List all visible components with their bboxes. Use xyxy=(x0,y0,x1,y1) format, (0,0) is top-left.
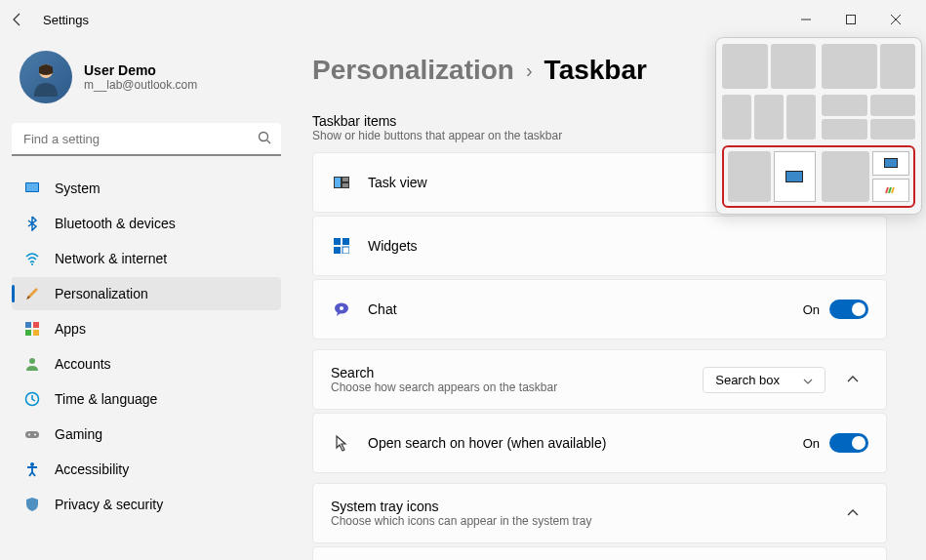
breadcrumb-parent[interactable]: Personalization xyxy=(312,55,514,86)
nav-label: Time & language xyxy=(55,391,157,407)
search-appearance-dropdown[interactable]: Search box xyxy=(703,367,825,393)
svg-rect-10 xyxy=(25,322,31,328)
search-hover-toggle[interactable] xyxy=(829,433,868,453)
tray-expand-button[interactable] xyxy=(837,498,868,529)
search-input[interactable] xyxy=(12,123,281,156)
snap-highlight-row xyxy=(722,145,915,208)
minimize-button[interactable] xyxy=(784,4,828,35)
search-box xyxy=(12,123,281,156)
svg-line-35 xyxy=(889,187,891,193)
accessibility-icon xyxy=(23,460,41,478)
widgets-icon xyxy=(331,238,352,254)
svg-rect-13 xyxy=(33,330,39,336)
chat-label: Chat xyxy=(368,301,803,317)
svg-line-34 xyxy=(886,187,888,193)
profile-name: User Demo xyxy=(84,62,197,78)
nav-label: Bluetooth & devices xyxy=(55,216,176,231)
profile[interactable]: User Demo m__lab@outlook.com xyxy=(12,39,281,123)
person-icon xyxy=(23,355,41,373)
svg-rect-27 xyxy=(342,247,349,254)
titlebar: Settings xyxy=(0,0,926,39)
svg-rect-23 xyxy=(342,183,348,187)
widgets-label: Widgets xyxy=(368,238,868,254)
gamepad-icon xyxy=(23,425,41,443)
sidebar: User Demo m__lab@outlook.com System Blue… xyxy=(0,39,293,560)
svg-point-19 xyxy=(30,462,34,466)
nav-label: Accounts xyxy=(55,356,111,372)
nav-privacy[interactable]: Privacy & security xyxy=(12,488,281,521)
nav-label: Network & internet xyxy=(55,251,167,266)
nav-system[interactable]: System xyxy=(12,172,281,205)
nav-label: Gaming xyxy=(55,426,102,442)
svg-rect-1 xyxy=(847,16,856,24)
search-expand-button[interactable] xyxy=(837,364,868,395)
chat-icon xyxy=(331,301,352,317)
search-hover-label: Open search on hover (when available) xyxy=(368,435,803,451)
snap-layouts-overlay xyxy=(715,37,922,215)
nav-gaming[interactable]: Gaming xyxy=(12,418,281,451)
widgets-setting: Widgets xyxy=(312,216,887,276)
nav-label: System xyxy=(55,180,101,196)
svg-point-5 xyxy=(260,133,268,141)
nav-label: Apps xyxy=(55,321,86,337)
task-view-icon xyxy=(331,177,352,188)
avatar xyxy=(20,51,72,103)
svg-rect-25 xyxy=(342,238,349,245)
svg-point-29 xyxy=(340,306,343,310)
snap-layout-active-1[interactable] xyxy=(728,151,816,202)
svg-rect-12 xyxy=(25,330,31,336)
bluetooth-icon xyxy=(23,215,41,232)
svg-rect-8 xyxy=(26,183,38,191)
nav-accounts[interactable]: Accounts xyxy=(12,347,281,380)
snap-preview-icon xyxy=(872,151,909,176)
snap-layout-2col-wide[interactable] xyxy=(822,44,915,89)
svg-point-9 xyxy=(31,263,33,265)
snap-layout-3col[interactable] xyxy=(722,95,816,140)
nav-bluetooth[interactable]: Bluetooth & devices xyxy=(12,207,281,240)
nav-personalization[interactable]: Personalization xyxy=(12,277,281,310)
search-hover-toggle-label: On xyxy=(803,436,820,451)
window-title: Settings xyxy=(43,13,89,27)
close-button[interactable] xyxy=(873,4,918,35)
back-button[interactable] xyxy=(8,10,27,29)
chat-toggle[interactable] xyxy=(829,300,868,319)
snap-layout-4grid[interactable] xyxy=(822,95,915,140)
profile-email: m__lab@outlook.com xyxy=(84,78,197,92)
svg-line-36 xyxy=(892,187,894,193)
snap-layout-active-2[interactable] xyxy=(822,151,909,202)
svg-rect-31 xyxy=(786,172,802,181)
nav-time[interactable]: Time & language xyxy=(12,382,281,416)
chat-setting: Chat On xyxy=(312,279,887,340)
svg-rect-21 xyxy=(335,178,341,187)
nav-accessibility[interactable]: Accessibility xyxy=(12,453,281,486)
svg-point-18 xyxy=(34,434,36,436)
svg-line-6 xyxy=(267,140,271,144)
svg-point-17 xyxy=(28,434,30,436)
maximize-button[interactable] xyxy=(828,4,873,35)
search-hover-setting: Open search on hover (when available) On xyxy=(312,413,887,473)
brush-icon xyxy=(23,285,41,302)
svg-rect-33 xyxy=(885,159,897,167)
search-icon xyxy=(258,131,271,148)
clock-icon xyxy=(23,390,41,408)
nav-network[interactable]: Network & internet xyxy=(12,242,281,275)
svg-rect-11 xyxy=(33,322,39,328)
chevron-down-icon xyxy=(803,373,813,387)
nav-label: Accessibility xyxy=(55,461,129,477)
svg-rect-22 xyxy=(342,178,348,181)
pen-menu-setting: Pen menu Show pen menu icon when pen is … xyxy=(312,546,887,560)
nav-label: Privacy & security xyxy=(55,497,163,512)
tray-section: System tray icons Choose which icons can… xyxy=(312,483,887,543)
shield-icon xyxy=(23,496,41,513)
svg-rect-24 xyxy=(334,238,341,245)
cursor-icon xyxy=(331,434,352,452)
system-icon xyxy=(23,180,41,197)
search-section: Search Choose how search appears on the … xyxy=(312,349,887,410)
nav: System Bluetooth & devices Network & int… xyxy=(12,172,281,521)
snap-layout-2col[interactable] xyxy=(722,44,816,89)
nav-apps[interactable]: Apps xyxy=(12,312,281,345)
svg-rect-26 xyxy=(334,247,341,254)
chevron-right-icon: › xyxy=(526,60,533,82)
wifi-icon xyxy=(23,250,41,267)
chat-toggle-label: On xyxy=(803,302,820,317)
